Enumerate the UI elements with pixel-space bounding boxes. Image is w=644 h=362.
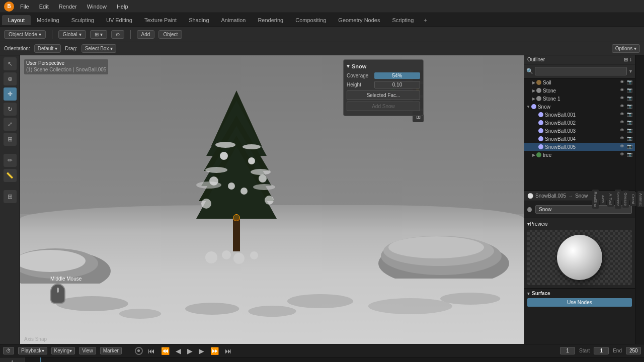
object-menu[interactable]: Object [158, 30, 182, 39]
cursor-tool-icon[interactable]: ⊕ [4, 72, 17, 85]
rotate-tool-icon[interactable]: ↻ [4, 103, 17, 116]
tab-rendering[interactable]: Rendering [252, 15, 289, 25]
add-menu[interactable]: Add [137, 30, 155, 39]
render-icon[interactable]: 📷 [627, 144, 633, 150]
annotate-tool-icon[interactable]: ✏ [4, 154, 17, 167]
prev-keyframe-btn[interactable]: ⏪ [160, 346, 171, 356]
mode-selector[interactable]: Object Mode ▾ [4, 30, 46, 39]
orientation-default-btn[interactable]: Default ▾ [34, 44, 61, 53]
tab-modeling[interactable]: Modeling [31, 15, 65, 25]
visibility-icon[interactable]: 👁 [620, 136, 626, 142]
tab-shading[interactable]: Shading [183, 15, 215, 25]
outliner-item-snowball3[interactable]: SnowBall.003 👁 📷 [524, 127, 635, 135]
frame-end-input[interactable]: 250 [626, 347, 641, 354]
side-tab-axis[interactable]: Axis [600, 193, 606, 205]
outliner-item-snow[interactable]: ▼ Snow 👁 📷 [524, 103, 635, 111]
filter-icon2[interactable]: ▼ [628, 69, 633, 74]
menu-help[interactable]: Help [115, 3, 130, 11]
visibility-icon[interactable]: 👁 [620, 79, 626, 85]
orientation-selector[interactable]: Global ▾ [58, 30, 86, 39]
render-icon[interactable]: 📷 [627, 87, 633, 94]
tab-compositing[interactable]: Compositing [289, 15, 332, 25]
side-tab-grease[interactable]: Grease [622, 191, 629, 208]
menu-edit[interactable]: Edit [37, 3, 51, 11]
add-workspace-button[interactable]: + [420, 15, 431, 25]
select-tool-icon[interactable]: ↖ [4, 57, 17, 70]
outliner-item-snowball2[interactable]: SnowBall.002 👁 📷 [524, 119, 635, 127]
render-icon[interactable]: 📷 [627, 136, 633, 142]
tab-layout[interactable]: Layout [2, 15, 31, 25]
proportional-edit-button[interactable]: ⊙ [111, 30, 124, 39]
outliner-item-soil[interactable]: ▶ Soil 👁 📷 [524, 78, 635, 86]
sort-icon[interactable]: ↕ [629, 57, 632, 62]
visibility-icon[interactable]: 👁 [620, 104, 626, 110]
render-icon[interactable]: 📷 [627, 120, 633, 126]
render-icon[interactable]: 📷 [627, 79, 633, 85]
playback-menu[interactable]: Playback▾ [18, 347, 47, 354]
timeline-ruler[interactable]: 1 10 20 30 40 50 60 70 80 90 100 110 120… [25, 357, 644, 362]
outliner-item-stone1[interactable]: ▶ Stone 1 👁 📷 [524, 95, 635, 103]
render-icon[interactable]: 📷 [627, 128, 633, 134]
marker-menu[interactable]: Marker [100, 347, 122, 354]
add-snow-btn[interactable]: Add Snow [347, 102, 420, 111]
side-tab-creat[interactable]: Creat [630, 192, 636, 206]
coverage-input[interactable]: 54% [374, 72, 420, 79]
tab-uv-editing[interactable]: UV Editing [100, 15, 138, 25]
visibility-icon[interactable]: 👁 [620, 96, 626, 102]
jump-end-btn[interactable]: ⏭ [224, 346, 233, 356]
tab-sculpting[interactable]: Sculpting [65, 15, 100, 25]
outliner-item-snowball1[interactable]: SnowBall.001 👁 📷 [524, 111, 635, 119]
render-icon[interactable]: 📷 [627, 96, 633, 102]
step-back-btn[interactable]: ◀ [175, 346, 182, 356]
visibility-icon[interactable]: 👁 [620, 87, 626, 94]
outliner-item-snowball5[interactable]: SnowBall.005 👁 📷 [524, 143, 635, 151]
tab-geometry-nodes[interactable]: Geometry Nodes [332, 15, 386, 25]
menu-window[interactable]: Window [85, 3, 109, 11]
move-tool-icon[interactable]: ✛ [4, 87, 17, 101]
step-fwd-btn[interactable]: ▶ [198, 346, 205, 356]
filter-icon[interactable]: ⊞ [624, 57, 628, 62]
use-nodes-button[interactable]: Use Nodes [527, 298, 632, 307]
measure-tool-icon[interactable]: 📏 [4, 169, 17, 182]
visibility-icon[interactable]: 👁 [620, 128, 626, 134]
render-icon[interactable]: 📷 [627, 112, 633, 118]
timeline-cursor[interactable] [40, 357, 41, 362]
render-icon[interactable]: 📷 [627, 152, 633, 158]
visibility-icon[interactable]: 👁 [620, 144, 626, 150]
view-menu[interactable]: View [79, 347, 96, 354]
drag-mode-btn[interactable]: Select Box ▾ [82, 44, 117, 53]
visibility-icon[interactable]: 👁 [620, 112, 626, 118]
options-btn[interactable]: Options ▾ [612, 44, 640, 53]
add-object-icon[interactable]: ⊞ [4, 190, 17, 203]
play-btn[interactable]: ▶ [186, 346, 194, 356]
side-tab-atool[interactable]: A-Tool [607, 192, 614, 207]
side-tab-screenc[interactable]: Screenc [615, 190, 621, 208]
outliner-item-tree[interactable]: ▶ tree 👁 📷 [524, 151, 635, 159]
keying-menu[interactable]: Keying▾ [51, 347, 75, 354]
tab-animation[interactable]: Animation [215, 15, 252, 25]
selected-fac-btn[interactable]: Selected Fac... [347, 90, 420, 100]
outliner-item-snowball4[interactable]: SnowBall.004 👁 📷 [524, 135, 635, 143]
visibility-icon[interactable]: 👁 [620, 120, 626, 126]
viewport-3d[interactable]: User Perspective (1) Scene Collection | … [20, 55, 524, 344]
scale-tool-icon[interactable]: ⤢ [4, 118, 17, 131]
render-icon[interactable]: 📷 [627, 104, 633, 110]
record-button[interactable]: ⏺ [135, 347, 143, 355]
editor-type-btn[interactable]: ⏱ [3, 347, 14, 354]
height-input[interactable]: 0.10 [374, 81, 420, 88]
timeline[interactable]: 1 1 10 20 30 40 50 60 70 80 90 100 110 1… [0, 357, 644, 362]
transform-tool-icon[interactable]: ⊞ [4, 133, 17, 146]
menu-file[interactable]: File [18, 3, 31, 11]
side-tab-animat[interactable]: Animat [637, 191, 644, 208]
tab-texture-paint[interactable]: Texture Paint [138, 15, 183, 25]
frame-start-input[interactable]: 1 [594, 347, 609, 354]
jump-start-btn[interactable]: ⏮ [147, 346, 156, 356]
tab-scripting[interactable]: Scripting [386, 15, 420, 25]
outliner-item-stone[interactable]: ▶ Stone 👁 📷 [524, 86, 635, 95]
frame-current-input[interactable]: 1 [560, 347, 575, 354]
visibility-icon[interactable]: 👁 [620, 152, 626, 158]
next-keyframe-btn[interactable]: ⏩ [209, 346, 220, 356]
snap-button[interactable]: ⊞ ▾ [90, 30, 107, 39]
menu-render[interactable]: Render [57, 3, 79, 11]
outliner-search-input[interactable] [535, 67, 627, 75]
